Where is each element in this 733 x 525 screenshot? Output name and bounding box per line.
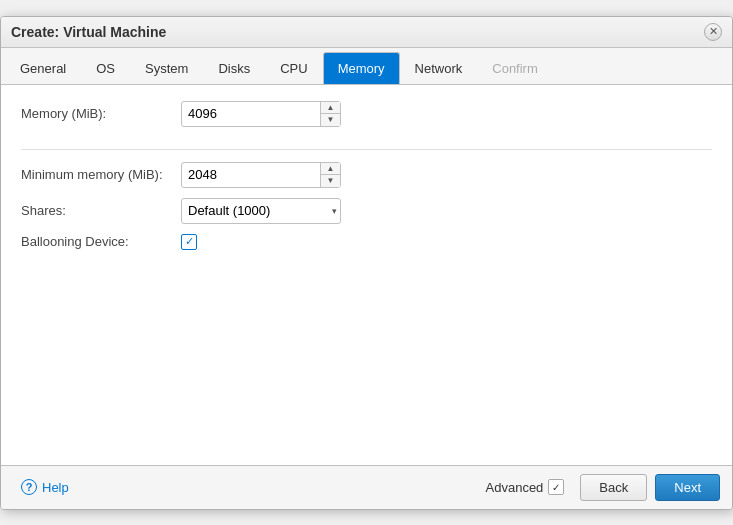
tab-confirm: Confirm [477,52,553,84]
memory-label: Memory (MiB): [21,106,181,121]
back-button[interactable]: Back [580,474,647,501]
tab-general[interactable]: General [5,52,81,84]
memory-decrement-button[interactable]: ▼ [321,114,340,126]
shares-select-wrapper: Default (1000) ▾ [181,198,341,224]
memory-increment-button[interactable]: ▲ [321,102,340,115]
dialog-footer: ? Help Advanced Back Next [1,465,732,509]
question-icon: ? [26,481,33,493]
tab-memory[interactable]: Memory [323,52,400,84]
tab-cpu[interactable]: CPU [265,52,322,84]
min-memory-increment-button[interactable]: ▲ [321,163,340,176]
shares-label: Shares: [21,203,181,218]
shares-select[interactable]: Default (1000) [181,198,341,224]
ballooning-row: Ballooning Device: [21,234,712,250]
min-memory-decrement-button[interactable]: ▼ [321,175,340,187]
tab-bar: General OS System Disks CPU Memory Netwo… [1,48,732,85]
min-memory-input-wrapper: ▲ ▼ [181,162,341,188]
ballooning-checkbox[interactable] [181,234,197,250]
create-vm-dialog: Create: Virtual Machine ✕ General OS Sys… [0,16,733,510]
memory-row: Memory (MiB): ▲ ▼ [21,101,712,127]
tab-network[interactable]: Network [400,52,478,84]
form-content: Memory (MiB): ▲ ▼ Minimum memory (MiB): … [1,85,732,465]
tab-system[interactable]: System [130,52,203,84]
help-icon: ? [21,479,37,495]
memory-section: Memory (MiB): ▲ ▼ [21,101,712,150]
close-icon: ✕ [709,25,718,38]
min-memory-input[interactable] [181,162,341,188]
advanced-label: Advanced [486,480,544,495]
dialog-header: Create: Virtual Machine ✕ [1,17,732,48]
min-memory-label: Minimum memory (MiB): [21,167,181,182]
footer-left: ? Help [13,475,77,499]
memory-spinner: ▲ ▼ [320,102,340,126]
close-button[interactable]: ✕ [704,23,722,41]
advanced-checkbox[interactable] [548,479,564,495]
ballooning-label: Ballooning Device: [21,234,181,249]
shares-row: Shares: Default (1000) ▾ [21,198,712,224]
footer-right: Advanced Back Next [486,474,720,501]
dialog-title: Create: Virtual Machine [11,24,166,40]
ballooning-checkbox-cell [181,234,197,250]
min-memory-spinner: ▲ ▼ [320,163,340,187]
help-label: Help [42,480,69,495]
tab-disks[interactable]: Disks [203,52,265,84]
memory-input[interactable] [181,101,341,127]
tab-os[interactable]: OS [81,52,130,84]
next-button[interactable]: Next [655,474,720,501]
advanced-section: Advanced [486,479,565,495]
memory-input-wrapper: ▲ ▼ [181,101,341,127]
min-memory-row: Minimum memory (MiB): ▲ ▼ [21,162,712,188]
help-button[interactable]: ? Help [13,475,77,499]
